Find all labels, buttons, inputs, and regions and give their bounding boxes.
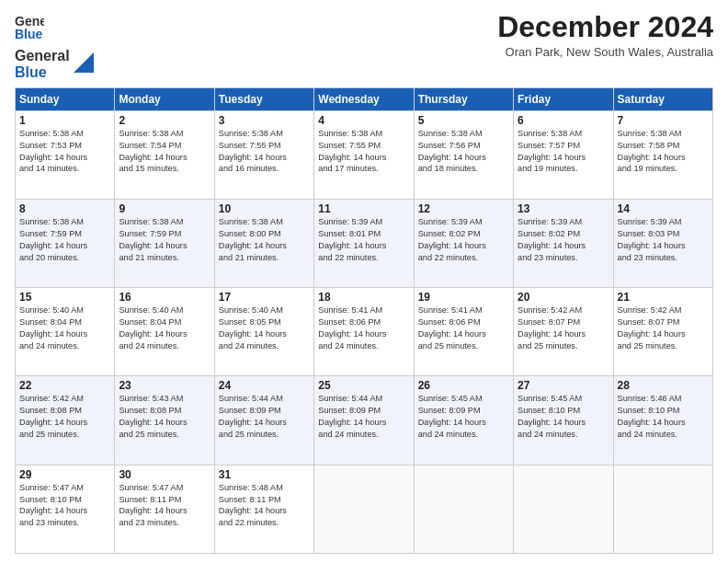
day-number: 23 [119,379,210,392]
calendar-week-row: 22Sunrise: 5:42 AM Sunset: 8:08 PM Dayli… [16,376,713,465]
calendar-header-monday: Monday [115,87,214,110]
day-info: Sunrise: 5:47 AM Sunset: 8:10 PM Dayligh… [19,482,110,530]
calendar-cell: 18Sunrise: 5:41 AM Sunset: 8:06 PM Dayli… [314,288,414,376]
day-info: Sunrise: 5:38 AM Sunset: 7:57 PM Dayligh… [518,128,609,176]
calendar-cell: 27Sunrise: 5:45 AM Sunset: 8:10 PM Dayli… [514,376,613,465]
day-info: Sunrise: 5:43 AM Sunset: 8:08 PM Dayligh… [119,393,210,441]
day-info: Sunrise: 5:42 AM Sunset: 8:08 PM Dayligh… [19,393,110,441]
calendar-cell: 6Sunrise: 5:38 AM Sunset: 7:57 PM Daylig… [514,110,613,199]
day-number: 15 [19,291,110,304]
day-info: Sunrise: 5:40 AM Sunset: 8:04 PM Dayligh… [119,304,210,352]
logo: General Blue General Blue [15,11,94,82]
day-info: Sunrise: 5:38 AM Sunset: 7:59 PM Dayligh… [119,216,210,264]
calendar-cell: 14Sunrise: 5:39 AM Sunset: 8:03 PM Dayli… [613,200,712,288]
day-info: Sunrise: 5:38 AM Sunset: 7:58 PM Dayligh… [618,128,709,176]
calendar-cell: 19Sunrise: 5:41 AM Sunset: 8:06 PM Dayli… [414,288,513,376]
calendar-week-row: 15Sunrise: 5:40 AM Sunset: 8:04 PM Dayli… [16,288,713,376]
calendar-header-row: SundayMondayTuesdayWednesdayThursdayFrid… [16,87,713,110]
calendar-cell: 20Sunrise: 5:42 AM Sunset: 8:07 PM Dayli… [514,288,613,376]
day-number: 19 [418,291,509,304]
calendar-cell: 5Sunrise: 5:38 AM Sunset: 7:56 PM Daylig… [414,110,513,199]
calendar-cell: 8Sunrise: 5:38 AM Sunset: 7:59 PM Daylig… [16,200,115,288]
day-info: Sunrise: 5:39 AM Sunset: 8:02 PM Dayligh… [418,216,509,264]
title-block: December 2024 Oran Park, New South Wales… [497,11,713,59]
day-info: Sunrise: 5:44 AM Sunset: 8:09 PM Dayligh… [318,393,409,441]
day-number: 26 [418,379,509,392]
calendar-cell: 16Sunrise: 5:40 AM Sunset: 8:04 PM Dayli… [115,288,214,376]
day-info: Sunrise: 5:40 AM Sunset: 8:05 PM Dayligh… [219,304,310,352]
calendar-cell: 11Sunrise: 5:39 AM Sunset: 8:01 PM Dayli… [314,200,414,288]
day-number: 25 [318,379,409,392]
calendar-cell: 15Sunrise: 5:40 AM Sunset: 8:04 PM Dayli… [16,288,115,376]
calendar-header-tuesday: Tuesday [214,87,313,110]
logo-general: General [15,48,70,64]
day-number: 7 [618,114,709,127]
calendar-cell: 24Sunrise: 5:44 AM Sunset: 8:09 PM Dayli… [214,376,313,465]
calendar-week-row: 8Sunrise: 5:38 AM Sunset: 7:59 PM Daylig… [16,200,713,288]
day-info: Sunrise: 5:48 AM Sunset: 8:11 PM Dayligh… [219,482,310,530]
logo-icon: General Blue [15,11,44,44]
calendar-cell: 4Sunrise: 5:38 AM Sunset: 7:55 PM Daylig… [314,110,414,199]
day-number: 24 [219,379,310,392]
svg-marker-2 [74,52,94,73]
day-number: 8 [19,202,110,215]
day-number: 17 [219,291,310,304]
calendar-cell: 13Sunrise: 5:39 AM Sunset: 8:02 PM Dayli… [514,200,613,288]
calendar-week-row: 29Sunrise: 5:47 AM Sunset: 8:10 PM Dayli… [16,465,713,553]
day-number: 13 [518,202,609,215]
calendar-header-friday: Friday [514,87,613,110]
calendar-cell: 1Sunrise: 5:38 AM Sunset: 7:53 PM Daylig… [16,110,115,199]
day-number: 28 [618,379,709,392]
day-number: 30 [119,468,210,481]
day-info: Sunrise: 5:46 AM Sunset: 8:10 PM Dayligh… [618,393,709,441]
day-number: 10 [219,202,310,215]
day-number: 9 [119,202,210,215]
day-number: 22 [19,379,110,392]
day-info: Sunrise: 5:47 AM Sunset: 8:11 PM Dayligh… [119,482,210,530]
calendar-cell: 2Sunrise: 5:38 AM Sunset: 7:54 PM Daylig… [115,110,214,199]
day-number: 20 [518,291,609,304]
day-info: Sunrise: 5:40 AM Sunset: 8:04 PM Dayligh… [19,304,110,352]
calendar-cell [613,465,712,553]
calendar-cell [414,465,513,553]
month-title: December 2024 [497,11,713,43]
day-info: Sunrise: 5:38 AM Sunset: 7:53 PM Dayligh… [19,128,110,176]
day-info: Sunrise: 5:38 AM Sunset: 7:55 PM Dayligh… [219,128,310,176]
day-number: 2 [119,114,210,127]
calendar-cell: 12Sunrise: 5:39 AM Sunset: 8:02 PM Dayli… [414,200,513,288]
page: General Blue General Blue December 2024 … [0,0,728,563]
day-number: 27 [518,379,609,392]
svg-text:Blue: Blue [15,27,43,41]
day-info: Sunrise: 5:39 AM Sunset: 8:03 PM Dayligh… [618,216,709,264]
day-number: 1 [19,114,110,127]
day-number: 18 [318,291,409,304]
day-number: 6 [518,114,609,127]
day-info: Sunrise: 5:45 AM Sunset: 8:09 PM Dayligh… [418,393,509,441]
calendar-table: SundayMondayTuesdayWednesdayThursdayFrid… [15,87,713,554]
logo-blue: Blue [15,64,70,81]
calendar-cell: 29Sunrise: 5:47 AM Sunset: 8:10 PM Dayli… [16,465,115,553]
day-info: Sunrise: 5:38 AM Sunset: 7:54 PM Dayligh… [119,128,210,176]
day-info: Sunrise: 5:38 AM Sunset: 7:59 PM Dayligh… [19,216,110,264]
day-number: 12 [418,202,509,215]
day-number: 29 [19,468,110,481]
calendar-header-saturday: Saturday [613,87,712,110]
subtitle: Oran Park, New South Wales, Australia [497,45,713,59]
day-number: 4 [318,114,409,127]
header: General Blue General Blue December 2024 … [15,11,713,82]
day-info: Sunrise: 5:39 AM Sunset: 8:01 PM Dayligh… [318,216,409,264]
calendar-cell: 21Sunrise: 5:42 AM Sunset: 8:07 PM Dayli… [613,288,712,376]
day-info: Sunrise: 5:38 AM Sunset: 7:56 PM Dayligh… [418,128,509,176]
calendar-header-wednesday: Wednesday [314,87,414,110]
calendar-cell: 28Sunrise: 5:46 AM Sunset: 8:10 PM Dayli… [613,376,712,465]
day-number: 16 [119,291,210,304]
day-number: 31 [219,468,310,481]
calendar-cell: 25Sunrise: 5:44 AM Sunset: 8:09 PM Dayli… [314,376,414,465]
day-number: 21 [618,291,709,304]
calendar-header-thursday: Thursday [414,87,513,110]
day-info: Sunrise: 5:41 AM Sunset: 8:06 PM Dayligh… [418,304,509,352]
day-info: Sunrise: 5:42 AM Sunset: 8:07 PM Dayligh… [618,304,709,352]
calendar-cell: 7Sunrise: 5:38 AM Sunset: 7:58 PM Daylig… [613,110,712,199]
calendar-cell: 3Sunrise: 5:38 AM Sunset: 7:55 PM Daylig… [214,110,313,199]
logo-triangle-icon [74,52,94,73]
